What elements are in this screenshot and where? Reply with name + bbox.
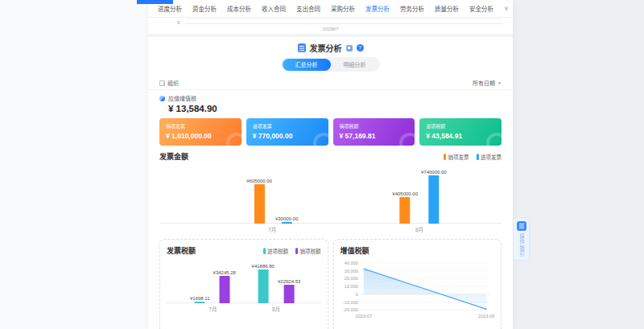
bar-rect — [195, 302, 205, 303]
svg-text:2023-07: 2023-07 — [355, 314, 371, 319]
analysis-mode-toggle-row: 汇总分析明细分析 — [148, 57, 513, 72]
bar-value-label: ¥34245.28 — [213, 270, 236, 275]
kpi-dot-icon — [159, 96, 165, 101]
date-filter-label: 所有日期 — [473, 79, 495, 87]
bar-group-8月: ¥405000.00 ¥740000.00 8月 — [392, 170, 446, 224]
bar-group-7月: ¥1698.11 ¥34245.28 7月 — [190, 270, 236, 303]
legend-item-0[interactable]: 销项发票 — [444, 153, 469, 161]
tab-item-5[interactable]: 采购分析 — [331, 4, 355, 13]
kpi-label: 应缴增值税 — [168, 94, 196, 102]
vat-line-chart: 40,00030,00020,00010,0000-10,000-20,0002… — [341, 258, 495, 323]
y-axis-zero-tick: 0 — [177, 20, 180, 25]
legend-text: 进项发票 — [481, 153, 502, 161]
bar-rect — [282, 222, 292, 224]
previous-chart-fragment: 0 102967 — [148, 18, 513, 34]
card-label: 进项发票 — [253, 122, 322, 130]
tab-item-6[interactable]: 发票分析 — [365, 4, 390, 13]
report-tool-icon[interactable] — [346, 45, 353, 51]
legend-marker — [263, 248, 266, 254]
legend-item-0[interactable]: 进项税额 — [263, 247, 289, 255]
tab-bar: 进度分析资金分析成本分析收入合同支出合同采购分析发票分析劳务分析质量分析安全分析… — [148, 0, 513, 18]
help-icon[interactable]: ? — [357, 44, 364, 51]
svg-text:30,000: 30,000 — [344, 268, 357, 273]
gridline — [185, 19, 503, 19]
legend-marker — [295, 248, 298, 254]
left-gutter — [0, 0, 148, 329]
bottom-charts-row: 发票税额 进项税额 销项税额 ¥1698.11 ¥34245.28 7月¥418… — [148, 239, 513, 329]
summary-cards-row: 销项发票 ¥ 1,010,000.00 进项发票 ¥ 770,000.00 销项… — [148, 118, 513, 146]
vat-trend-section: 增值税额 40,00030,00020,00010,0000-10,000-20… — [333, 239, 502, 329]
floating-guide-label: 操作指引 — [518, 233, 526, 257]
invoice-amount-section: 发票金额 销项发票 进项发票 ¥605000.00 ¥30000.00 7月¥4… — [148, 147, 513, 232]
invoice-amount-bar-chart: ¥605000.00 ¥30000.00 7月¥405000.00 ¥74000… — [159, 165, 502, 232]
card-value: ¥ 43,584.91 — [426, 132, 495, 140]
tab-item-2[interactable]: 成本分析 — [227, 4, 251, 13]
tab-item-0[interactable]: 进度分析 — [158, 4, 182, 13]
invoice-tax-bar-chart: ¥1698.11 ¥34245.28 7月¥41886.80 ¥22924.53… — [167, 259, 321, 312]
legend-marker — [477, 154, 479, 160]
invoice-tax-legend: 进项税额 销项税额 — [263, 247, 321, 255]
vat-line-svg: 40,00030,00020,00010,0000-10,000-20,0002… — [341, 258, 495, 323]
bar-group-7月: ¥605000.00 ¥30000.00 7月 — [246, 179, 298, 224]
legend-text: 销项税额 — [300, 247, 321, 255]
svg-text:10,000: 10,000 — [344, 284, 357, 289]
toggle-option-0[interactable]: 汇总分析 — [283, 59, 331, 71]
bar-rect — [428, 175, 439, 224]
bar-销项发票: ¥605000.00 — [246, 179, 272, 224]
bar-value-label: ¥740000.00 — [421, 170, 447, 175]
tab-item-9[interactable]: 安全分析 — [469, 4, 493, 13]
tabbar-collapse-chevron-icon[interactable]: ∨ — [504, 6, 509, 12]
x-axis-line — [159, 223, 502, 224]
legend-text: 进项税额 — [267, 247, 288, 255]
bar-group-8月: ¥41886.80 ¥22924.53 8月 — [252, 264, 301, 303]
legend-item-1[interactable]: 销项税额 — [295, 247, 321, 255]
page-title: 发票分析 — [310, 42, 342, 54]
invoice-amount-legend: 销项发票 进项发票 — [444, 153, 502, 161]
summary-card-2: 销项税额 ¥ 57,169.81 — [333, 118, 415, 146]
date-filter[interactable]: 所有日期 ▼ — [473, 79, 502, 87]
chart-title-vat-amount: 增值税额 — [341, 245, 369, 256]
building-icon — [159, 80, 165, 86]
zero-gridline — [185, 23, 503, 24]
category-label: 8月 — [272, 305, 280, 313]
x-axis-label: 102967 — [148, 27, 513, 31]
bar-rect — [284, 285, 295, 303]
bar-rect — [219, 276, 229, 303]
toggle-option-1[interactable]: 明细分析 — [331, 59, 379, 71]
bar-rect — [400, 197, 411, 224]
tab-item-3[interactable]: 收入合同 — [262, 4, 286, 13]
summary-card-0: 销项发票 ¥ 1,010,000.00 — [159, 118, 242, 146]
category-label: 7月 — [208, 305, 217, 313]
bar-value-label: ¥22924.53 — [278, 279, 300, 284]
bar-销项发票: ¥405000.00 — [392, 191, 418, 224]
org-filter-label: 组织 — [167, 79, 179, 87]
tab-item-7[interactable]: 劳务分析 — [400, 4, 424, 13]
org-filter[interactable]: 组织 — [159, 79, 179, 87]
invoice-tax-section: 发票税额 进项税额 销项税额 ¥1698.11 ¥34245.28 7月¥418… — [159, 239, 328, 329]
card-label: 销项发票 — [166, 122, 235, 130]
bar-value-label: ¥1698.11 — [190, 296, 210, 301]
floating-guide-button[interactable]: 操作指引 — [513, 217, 530, 261]
analysis-mode-toggle: 汇总分析明细分析 — [281, 57, 380, 72]
legend-item-1[interactable]: 进项发票 — [477, 153, 502, 161]
bar-进项税额: ¥41886.80 — [252, 264, 275, 303]
chart-title-invoice-amount: 发票金额 — [159, 151, 188, 162]
svg-text:-20,000: -20,000 — [342, 307, 357, 312]
top-accent-bar — [137, 0, 173, 4]
tab-item-4[interactable]: 支出合同 — [296, 4, 320, 13]
tab-item-1[interactable]: 资金分析 — [192, 4, 217, 13]
svg-text:40,000: 40,000 — [344, 261, 357, 265]
caret-down-icon: ▼ — [497, 80, 502, 85]
card-label: 进项税额 — [426, 122, 495, 130]
card-value: ¥ 1,010,000.00 — [166, 132, 235, 140]
report-title-row: 发票分析 ? — [148, 42, 513, 54]
bar-进项税额: ¥1698.11 — [190, 296, 210, 303]
card-label: 销项税额 — [340, 122, 409, 130]
tab-item-8[interactable]: 质量分析 — [435, 4, 459, 13]
card-value: ¥ 770,000.00 — [253, 132, 322, 140]
svg-text:-10,000: -10,000 — [342, 299, 357, 304]
bar-rect — [254, 184, 265, 224]
bar-value-label: ¥41886.80 — [252, 264, 275, 269]
legend-text: 销项发票 — [448, 153, 469, 161]
category-label: 8月 — [415, 225, 423, 233]
